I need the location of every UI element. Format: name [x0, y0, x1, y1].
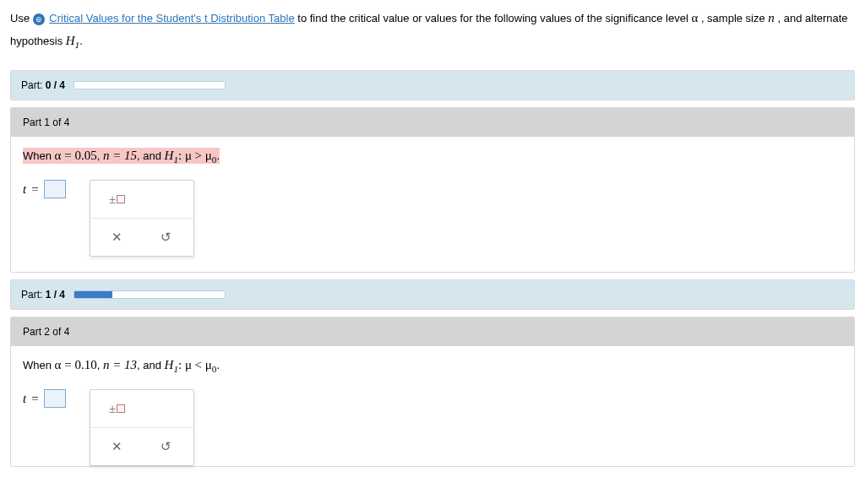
instr-end: .	[79, 35, 83, 47]
placeholder-square-icon	[117, 195, 125, 203]
progress-track	[73, 81, 226, 89]
part-1-question: When α = 0.05, n = 15, and H1: μ > μ0.	[23, 148, 220, 164]
progress-track	[73, 290, 226, 299]
x-icon: ✕	[112, 439, 122, 454]
progress-card-1: Part: 1 / 4	[10, 279, 855, 310]
equals: =	[31, 182, 38, 197]
reset-button[interactable]: ↺	[144, 224, 188, 251]
t-label: t	[23, 392, 26, 406]
progress-card-0: Part: 0 / 4	[10, 70, 855, 100]
plus-minus-button[interactable]: ±	[95, 395, 139, 422]
part-1-body: When α = 0.05, n = 15, and H1: μ > μ0. t…	[11, 137, 854, 272]
n-symbol: n	[768, 11, 775, 24]
symbol-toolset-1: ± ✕ ↺	[90, 180, 194, 257]
reset-icon: ↺	[160, 439, 171, 454]
part-2-card: Part 2 of 4 When α = 0.10, n = 13, and H…	[10, 317, 855, 467]
reset-icon: ↺	[160, 230, 171, 245]
instruction-text: Use ⊜ Critical Values for the Student's …	[10, 7, 855, 53]
part-2-answer-row: t = ± ✕ ↺	[23, 389, 842, 466]
t-label: t	[23, 182, 26, 197]
part-2-body: When α = 0.10, n = 13, and H1: μ < μ0. t…	[11, 346, 854, 466]
answer-input-2[interactable]	[44, 389, 66, 408]
part-1-card: Part 1 of 4 When α = 0.05, n = 15, and H…	[10, 107, 855, 273]
instr-mid: to find the critical value or values for…	[297, 12, 691, 24]
part-2-header: Part 2 of 4	[11, 317, 854, 346]
clear-button[interactable]: ✕	[95, 224, 139, 251]
progress-fill	[74, 291, 112, 298]
instr-mid2: , sample size	[701, 12, 768, 24]
plus-minus-button[interactable]: ±	[95, 186, 139, 213]
placeholder-square-icon	[117, 404, 125, 413]
part-2-question: When α = 0.10, n = 13, and H1: μ < μ0.	[23, 359, 220, 371]
instr-pre: Use	[10, 12, 33, 24]
t-equals-group: t =	[23, 389, 66, 408]
clear-button[interactable]: ✕	[95, 433, 139, 460]
part-1-header: Part 1 of 4	[11, 108, 854, 137]
x-icon: ✕	[112, 230, 122, 245]
progress-bar-1: Part: 1 / 4	[11, 280, 854, 309]
reset-button[interactable]: ↺	[144, 433, 188, 460]
progress-bar-0: Part: 0 / 4	[11, 71, 854, 100]
progress-label: Part: 1 / 4	[21, 289, 65, 301]
symbol-toolset-2: ± ✕ ↺	[90, 389, 194, 466]
equals: =	[31, 392, 38, 406]
h1-symbol: H1	[66, 34, 79, 47]
progress-label: Part: 0 / 4	[21, 79, 65, 91]
part-1-answer-row: t = ± ✕ ↺	[23, 180, 842, 257]
answer-input-1[interactable]	[44, 180, 66, 198]
alpha-symbol: α	[691, 11, 698, 24]
link-badge-icon: ⊜	[33, 14, 45, 25]
t-table-link[interactable]: Critical Values for the Student's t Dist…	[49, 12, 294, 24]
t-equals-group: t =	[23, 180, 66, 198]
